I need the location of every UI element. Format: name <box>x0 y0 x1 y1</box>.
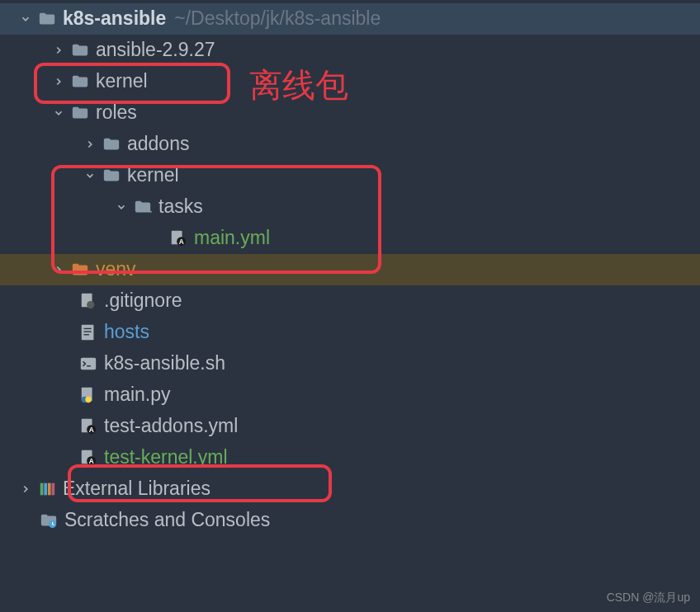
shell-file-icon <box>79 355 97 373</box>
ansible-file-icon: A <box>79 417 97 435</box>
scratches-icon <box>40 511 58 530</box>
tree-item-tasks[interactable]: tasks <box>0 191 700 223</box>
chevron-right-icon[interactable] <box>51 74 66 89</box>
ansible-file-icon: A <box>169 229 187 247</box>
folder-icon <box>71 41 89 59</box>
tree-item-ansible[interactable]: ansible-2.9.27 <box>0 35 700 66</box>
folder-label: addons <box>127 133 189 156</box>
tree-item-roles[interactable]: roles <box>0 97 700 129</box>
folder-label: kernel <box>96 70 148 93</box>
chevron-right-icon[interactable] <box>51 43 66 58</box>
folder-icon <box>71 73 89 91</box>
svg-rect-22 <box>52 483 55 496</box>
folder-icon <box>38 10 56 28</box>
python-file-icon <box>79 386 97 404</box>
svg-point-4 <box>87 301 94 308</box>
folder-label: roles <box>96 101 137 125</box>
svg-rect-21 <box>48 483 51 496</box>
folder-icon <box>71 104 89 122</box>
external-libraries-label: External Libraries <box>63 478 210 501</box>
tree-item-test-addons[interactable]: A test-addons.yml <box>0 411 700 442</box>
libraries-icon <box>38 480 56 498</box>
svg-rect-5 <box>82 325 94 340</box>
chevron-right-icon[interactable] <box>18 482 33 497</box>
tree-item-addons[interactable]: addons <box>0 129 700 160</box>
svg-rect-19 <box>40 483 44 496</box>
tree-item-main-py[interactable]: main.py <box>0 379 700 411</box>
chevron-down-icon[interactable] <box>51 106 66 120</box>
tree-item-main-yml[interactable]: A main.yml <box>0 223 700 254</box>
file-label: main.yml <box>194 227 270 250</box>
folder-icon <box>102 135 121 153</box>
project-name: k8s-ansible <box>63 7 166 31</box>
text-file-icon <box>79 323 97 341</box>
svg-rect-20 <box>44 483 47 496</box>
file-label: test-kernel.yml <box>104 446 228 469</box>
chevron-down-icon[interactable] <box>18 12 33 26</box>
tree-item-hosts[interactable]: hosts <box>0 317 700 348</box>
svg-text:A: A <box>179 238 184 246</box>
svg-rect-9 <box>81 358 96 370</box>
folder-label: venv <box>96 258 136 281</box>
chevron-right-icon[interactable] <box>51 262 66 277</box>
ansible-file-icon: A <box>79 449 97 467</box>
chevron-down-icon[interactable] <box>83 168 97 183</box>
folder-icon <box>102 167 121 185</box>
folder-label: kernel <box>127 164 179 187</box>
scratches-label: Scratches and Consoles <box>64 509 270 532</box>
file-label: k8s-ansible.sh <box>104 352 225 375</box>
file-label: hosts <box>104 321 149 344</box>
tree-item-gitignore[interactable]: .gitignore <box>0 285 700 317</box>
chevron-down-icon[interactable] <box>114 200 129 214</box>
scratches-consoles[interactable]: Scratches and Consoles <box>0 505 700 536</box>
project-path: ~/Desktop/jk/k8s-ansible <box>174 7 381 31</box>
folder-label: tasks <box>158 195 203 219</box>
file-label: main.py <box>104 384 171 407</box>
chevron-right-icon[interactable] <box>83 137 97 152</box>
svg-text:A: A <box>89 426 94 434</box>
folder-label: ansible-2.9.27 <box>96 39 215 62</box>
svg-text:A: A <box>89 458 94 465</box>
project-tree: k8s-ansible ~/Desktop/jk/k8s-ansible ans… <box>0 0 700 536</box>
tree-item-roles-kernel[interactable]: kernel <box>0 160 700 191</box>
gitignore-file-icon <box>79 292 97 310</box>
svg-point-12 <box>85 397 91 403</box>
tree-item-venv[interactable]: venv <box>0 254 700 285</box>
folder-icon <box>134 198 152 216</box>
folder-excluded-icon <box>71 261 89 279</box>
tree-item-kernel[interactable]: kernel <box>0 66 700 97</box>
external-libraries[interactable]: External Libraries <box>0 473 700 505</box>
tree-item-k8s-sh[interactable]: k8s-ansible.sh <box>0 348 700 379</box>
project-root-row[interactable]: k8s-ansible ~/Desktop/jk/k8s-ansible <box>0 3 700 35</box>
file-label: .gitignore <box>104 290 182 313</box>
tree-item-test-kernel[interactable]: A test-kernel.yml <box>0 442 700 473</box>
watermark: CSDN @流月up <box>607 591 690 605</box>
file-label: test-addons.yml <box>104 415 238 438</box>
